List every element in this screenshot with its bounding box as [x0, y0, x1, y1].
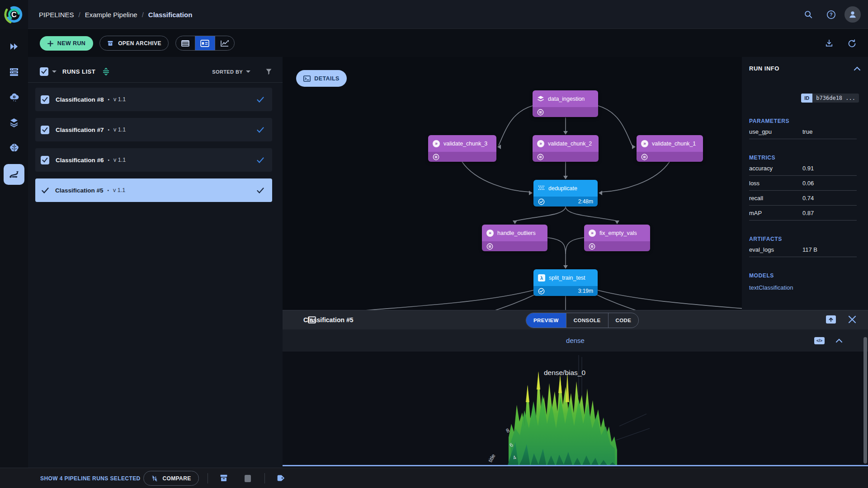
z-tick-8: 8 — [505, 427, 511, 434]
pipeline-toolbar: NEW RUN OPEN ARCHIVE — [28, 29, 868, 57]
dag-node-split-train-test[interactable]: λ split_train_test 3:19m — [533, 269, 598, 296]
reorder-icon[interactable] — [102, 67, 110, 76]
run-item-classification-8[interactable]: Classification #8 • v 1.1 — [35, 88, 272, 111]
breadcrumb-pipelines[interactable]: PIPELINES — [39, 11, 74, 19]
dither-icon — [538, 185, 545, 191]
tab-console[interactable]: CONSOLE — [566, 313, 608, 328]
run-completed-check-icon — [257, 127, 264, 133]
code-toggle-icon[interactable]: </> — [814, 337, 825, 344]
surface-plot[interactable]: dense/bias_0 — [283, 352, 868, 466]
dag-node-validate-chunk-2[interactable]: »validate_chunk_2 — [533, 135, 599, 162]
queue-status-icon — [537, 109, 544, 116]
metric-group-header[interactable]: dense </> — [283, 329, 868, 352]
queue-status-icon — [641, 154, 648, 160]
runs-list-panel: RUNS LIST SORTED BY Classification #8 • … — [28, 57, 283, 468]
sidebar-item-pipelines-selected[interactable] — [4, 164, 24, 185]
dag-node-validate-chunk-3[interactable]: »validate_chunk_3 — [428, 135, 496, 162]
artifacts-section-title: ARTIFACTS — [749, 236, 861, 242]
metric-row: loss0.06 — [749, 176, 857, 191]
svg-text:?: ? — [830, 12, 832, 17]
tab-code[interactable]: CODE — [608, 313, 639, 328]
queue-status-icon — [433, 154, 439, 160]
run-item-classification-5-selected[interactable]: Classification #5 • v 1.1 — [35, 178, 272, 202]
select-all-checkbox[interactable] — [40, 67, 48, 76]
dag-node-data-ingestion[interactable]: data_ingestion — [533, 90, 598, 117]
terminal-icon — [308, 316, 316, 324]
dag-node-deduplicate[interactable]: deduplicate 2:48m — [533, 180, 598, 206]
dataset-icon — [537, 96, 544, 102]
plus-icon — [47, 41, 53, 47]
run-checkbox[interactable] — [41, 95, 49, 104]
run-item-classification-6[interactable]: Classification #6 • v 1.1 — [35, 148, 272, 172]
search-icon[interactable] — [799, 5, 817, 23]
compare-button[interactable]: COMPARE — [143, 471, 199, 486]
new-run-button[interactable]: NEW RUN — [40, 36, 93, 51]
pipelines-icon — [8, 169, 20, 180]
sidebar-item-models[interactable] — [0, 135, 28, 160]
collapse-section-icon[interactable] — [835, 338, 843, 343]
user-avatar[interactable] — [844, 6, 861, 23]
parameter-row: use_gpu true — [749, 124, 857, 139]
select-all-caret-icon[interactable] — [52, 70, 57, 73]
table-view-icon — [181, 40, 190, 47]
run-checkbox[interactable] — [41, 126, 49, 134]
dag-node-validate-chunk-1[interactable]: »validate_chunk_1 — [637, 135, 703, 162]
tab-preview[interactable]: PREVIEW — [526, 313, 566, 328]
abort-action-icon[interactable] — [244, 474, 251, 483]
collapse-panel-icon[interactable] — [854, 66, 861, 71]
run-id-value[interactable]: b736de18 ... — [812, 94, 859, 103]
artifact-row: eval_logs117 B — [749, 242, 857, 257]
run-checkbox[interactable] — [41, 156, 49, 164]
sidebar-item-datasets[interactable] — [0, 59, 28, 84]
scrollbar-thumb[interactable] — [863, 337, 867, 464]
chart-view-button[interactable] — [215, 36, 234, 50]
archive-action-icon[interactable] — [219, 473, 229, 483]
table-view-button[interactable] — [176, 36, 195, 50]
close-panel-icon[interactable] — [848, 315, 856, 324]
sorted-by-dropdown[interactable]: SORTED BY — [212, 69, 250, 75]
filter-icon[interactable] — [265, 68, 273, 75]
breadcrumb-project[interactable]: Example Pipeline — [85, 11, 137, 19]
metrics-section-title: METRICS — [749, 155, 861, 161]
detail-view-button[interactable] — [195, 36, 214, 50]
run-info-panel: RUN INFO ID b736de18 ... PARAMETERS use_… — [742, 57, 868, 310]
z-axis-label: title — [487, 453, 496, 463]
sidebar-item-dataops[interactable] — [0, 84, 28, 110]
run-detail-bottom-panel: Classification #5 PREVIEW CONSOLE CODE d… — [283, 310, 868, 468]
dag-node-handle-outliers[interactable]: »handle_outliers — [482, 225, 547, 251]
run-completed-check-icon — [257, 97, 264, 103]
projects-icon — [9, 41, 19, 52]
chevrons-icon: » — [641, 140, 648, 147]
selection-count-text[interactable]: SHOW 4 PIPELINE RUNS SELECTED — [40, 468, 141, 488]
dag-node-fix-empty-vals[interactable]: »fix_empty_vals — [584, 225, 650, 251]
details-button[interactable]: DETAILS — [296, 70, 347, 87]
expand-panel-icon[interactable] — [826, 315, 836, 324]
auto-refresh-icon[interactable] — [843, 34, 861, 52]
run-info-title: RUN INFO — [749, 65, 779, 72]
app-logo[interactable]: C — [0, 0, 28, 29]
help-icon[interactable]: ? — [822, 5, 840, 23]
model-link[interactable]: textClassification — [749, 284, 861, 291]
terminal-icon — [303, 75, 311, 82]
run-selected-check-icon[interactable] — [42, 188, 49, 193]
clearml-logo-icon: C — [4, 4, 24, 25]
bottom-panel-header: Classification #5 PREVIEW CONSOLE CODE — [283, 310, 868, 329]
detail-view-icon — [200, 40, 209, 47]
node-duration: 3:19m — [578, 288, 593, 294]
sidebar-item-hyperdatasets[interactable] — [0, 110, 28, 135]
top-bar: C PIPELINES / Example Pipeline / Classif… — [0, 0, 868, 29]
sorted-by-caret-icon — [246, 70, 250, 73]
metric-group-title: dense — [566, 337, 585, 344]
metric-row: mAP0.87 — [749, 206, 857, 221]
sidebar-item-projects[interactable] — [0, 34, 28, 59]
breadcrumb: PIPELINES / Example Pipeline / Classific… — [39, 0, 192, 29]
footer-divider — [208, 473, 208, 483]
run-id-row: ID b736de18 ... — [749, 94, 861, 103]
run-item-classification-7[interactable]: Classification #7 • v 1.1 — [35, 118, 272, 141]
download-icon[interactable] — [820, 34, 838, 52]
open-archive-button[interactable]: OPEN ARCHIVE — [99, 36, 169, 51]
lambda-icon: λ — [538, 274, 545, 282]
view-toggle — [175, 36, 235, 51]
tag-action-icon[interactable] — [276, 473, 286, 483]
queue-status-icon — [537, 154, 544, 160]
